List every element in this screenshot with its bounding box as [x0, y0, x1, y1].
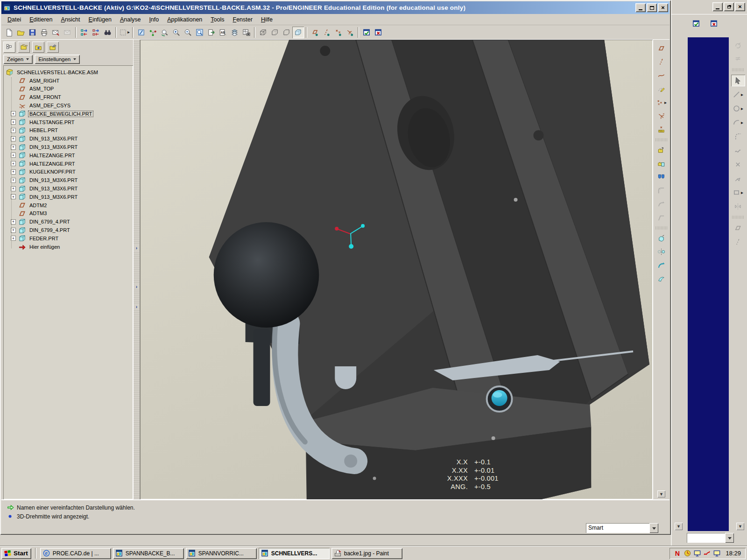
menu-einfügen[interactable]: Einfügen — [85, 15, 116, 24]
menu-ansicht[interactable]: Ansicht — [57, 15, 85, 24]
extrude-tool-button[interactable] — [655, 232, 669, 244]
datum-point-tool-button[interactable]: ▸ — [655, 97, 669, 108]
cube-shaded-button[interactable] — [292, 27, 304, 38]
graphics-viewport[interactable]: X.X+-0.1X.XX+-0.01X.XXX+-0.001ANG.+-0.5 — [140, 40, 653, 499]
scroll-down-icon[interactable]: ▼ — [675, 523, 683, 530]
toolbar-overflow-icon[interactable]: ▼ — [657, 490, 665, 497]
tree-item[interactable]: +DIN_913_M3X6.PRT — [5, 193, 132, 201]
menu-applikationen[interactable]: Applikationen — [163, 15, 206, 24]
tree-item-label[interactable]: DIN_913_M3X6.PRT — [28, 144, 78, 150]
cube-wireframe-button[interactable] — [257, 27, 269, 38]
menu-analyse[interactable]: Analyse — [116, 15, 145, 24]
minimize-button[interactable] — [712, 2, 723, 11]
datum-plane-display-button[interactable] — [309, 27, 321, 38]
tab-folders-tab[interactable] — [18, 42, 30, 53]
scroll-down-icon[interactable]: ▼ — [736, 523, 744, 530]
find-binoculars-button[interactable] — [102, 27, 113, 38]
win-check-button[interactable] — [691, 18, 702, 29]
zoom-out-button[interactable] — [182, 27, 194, 38]
tree-item-label[interactable]: ASM_TOP — [28, 86, 55, 91]
tree-item-label[interactable]: ASM_RIGHT — [28, 78, 60, 84]
win-check-button[interactable] — [361, 27, 373, 38]
tree-item-label[interactable]: ASM_DEF_CSYS — [28, 103, 71, 108]
datum-csys-display-button[interactable] — [344, 27, 356, 38]
cube-hidden-line-button[interactable] — [269, 27, 281, 38]
point-tool-button[interactable] — [731, 159, 745, 170]
flyout-icon[interactable]: ▸ — [741, 190, 743, 195]
tree-item-label[interactable]: KUGELKNOPF.PRT — [28, 169, 77, 175]
tree-item[interactable]: ADTM3 — [5, 210, 132, 218]
line-tool-button[interactable]: ▸ — [731, 89, 745, 100]
component-create-button[interactable] — [655, 144, 669, 156]
win-x-button[interactable] — [708, 18, 720, 29]
datum-csys-tool-button[interactable] — [655, 110, 669, 122]
component-assemble-button[interactable] — [655, 158, 669, 169]
combo-dropdown-icon[interactable] — [649, 523, 658, 533]
menu-info[interactable]: Info — [145, 15, 163, 24]
tree-item[interactable]: +DIN_6799_4.PRT — [5, 217, 132, 226]
tree-item[interactable]: +DIN_913_M3X6.PRT — [5, 184, 132, 193]
arc-tool-button[interactable]: ▸ — [731, 117, 745, 128]
tree-item-label[interactable]: DIN_6799_4.PRT — [28, 227, 71, 233]
menu-fenster[interactable]: Fenster — [229, 15, 257, 24]
spline-tool-button[interactable] — [731, 145, 745, 156]
tree-item-label[interactable]: HALTEZANGE.PRT — [28, 161, 76, 167]
settings-dropdown-button[interactable]: Einstellungen — [35, 55, 80, 64]
tree-item-label[interactable]: ADTM2 — [28, 203, 48, 208]
point-field-tool-button[interactable] — [655, 124, 669, 135]
tree-item-label[interactable]: BACKE_BEWEGLICH.PRT — [28, 111, 93, 117]
start-button[interactable]: Start — [1, 548, 31, 559]
tree-item[interactable]: +HEBEL.PRT — [5, 126, 132, 135]
tree-item-label[interactable]: DIN_6799_4.PRT — [28, 219, 71, 224]
zoom-refit-button[interactable] — [194, 27, 205, 38]
tree-item[interactable]: +KUGELKNOPF.PRT — [5, 168, 132, 176]
layers-button[interactable] — [229, 27, 240, 38]
tree-item-label[interactable]: DIN_913_M3X6.PRT — [28, 136, 78, 141]
win-x-button[interactable] — [373, 27, 384, 38]
zoom-in-button[interactable] — [170, 27, 182, 38]
taskbar-task[interactable]: SPANNBACKE_B... — [113, 548, 184, 559]
repaint-button[interactable] — [135, 27, 147, 38]
flyout-icon[interactable]: ▸ — [741, 120, 743, 125]
taskbar-task[interactable]: SPANNVORRIC... — [186, 548, 257, 559]
close-button[interactable]: ✕ — [735, 2, 745, 11]
flyout-icon[interactable]: ▸ — [664, 100, 667, 105]
sketch-tool-button[interactable] — [655, 83, 669, 95]
callout-tool-button[interactable] — [731, 173, 745, 184]
tree-item[interactable]: ASM_DEF_CSYS — [5, 101, 132, 110]
menu-tools[interactable]: Tools — [206, 15, 228, 24]
menu-editieren[interactable]: Editieren — [25, 15, 56, 24]
shell-tool-button[interactable] — [655, 273, 669, 285]
show-dropdown-button[interactable]: Zeigen — [3, 55, 33, 64]
restore-button[interactable] — [724, 2, 734, 11]
regen-custom-button[interactable] — [90, 27, 102, 38]
mirror-tool-button[interactable] — [655, 246, 669, 258]
tree-item[interactable]: +HALTEZANGE.PRT — [5, 160, 132, 168]
datum-curve-tool-button[interactable] — [655, 70, 669, 81]
tree-item[interactable]: +HALTSTANGE.PRT — [5, 118, 132, 126]
bend-tool-button[interactable] — [655, 259, 669, 271]
background-filter-combo[interactable] — [687, 533, 734, 543]
menu-hilfe[interactable]: Hilfe — [257, 15, 277, 24]
new-file-button[interactable] — [3, 27, 15, 38]
tree-item-label[interactable]: HALTEZANGE.PRT — [28, 153, 76, 158]
connect-tool-button[interactable] — [655, 171, 669, 183]
splitter-collapse-icon[interactable]: › — [134, 284, 139, 290]
maximize-button[interactable] — [647, 3, 657, 12]
tree-item[interactable]: Hier einfügen — [5, 243, 132, 251]
select-special-button[interactable]: ▸ — [119, 27, 130, 38]
combo-dropdown-icon[interactable] — [725, 533, 734, 543]
taskbar-task[interactable]: ePROE.CAD.de | ... — [40, 548, 111, 559]
circle-tool-button[interactable]: ▸ — [731, 103, 745, 114]
mail-send-button[interactable] — [50, 27, 62, 38]
tree-item[interactable]: +FEDER.PRT — [5, 234, 132, 243]
tab-folder-hammer-tab[interactable] — [47, 42, 59, 53]
spin-center-button[interactable] — [147, 27, 159, 38]
selection-filter-value[interactable]: Smart — [586, 523, 649, 533]
tree-item[interactable]: ADTM2 — [5, 201, 132, 210]
selection-filter-combo[interactable]: Smart — [586, 523, 658, 533]
save-button[interactable] — [27, 27, 38, 38]
tree-item[interactable]: ASM_TOP — [5, 85, 132, 93]
view-manager-button[interactable] — [240, 27, 252, 38]
tree-item-label[interactable]: ASM_FRONT — [28, 94, 62, 100]
